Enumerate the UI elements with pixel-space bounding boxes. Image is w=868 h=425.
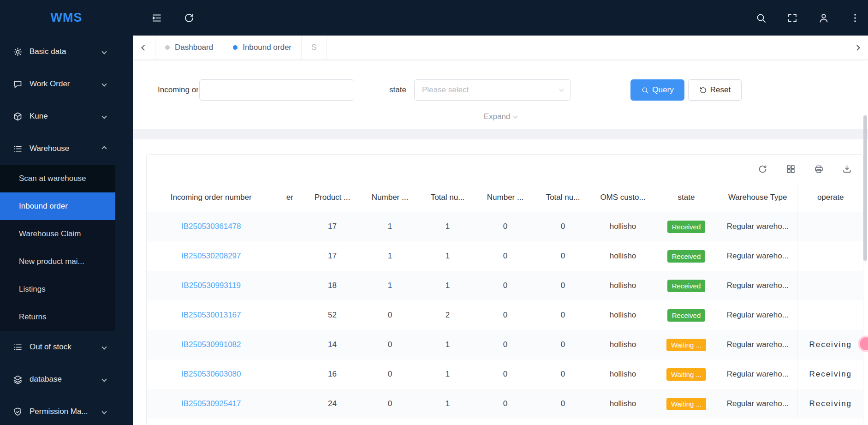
table-cell: hollisho	[592, 241, 654, 271]
order-number-link[interactable]: IB250530013167	[181, 311, 241, 319]
list-icon	[13, 342, 23, 352]
table-cell: 0	[534, 389, 592, 419]
table-cell: 1	[419, 389, 476, 419]
app-logo: WMS	[0, 0, 133, 36]
sidebar-subitem-inbound-order[interactable]: Inbound order	[0, 192, 115, 220]
sidebar-subitem-warehouse-claim[interactable]: Warehouse Claim	[0, 220, 115, 248]
more-vertical-icon[interactable]	[850, 12, 861, 24]
sidebar-item-label: Basic data	[30, 47, 66, 56]
status-badge: Waiting ...	[666, 368, 706, 381]
table-cell: 0	[534, 300, 592, 330]
order-number-link[interactable]: IB250530993119	[182, 281, 241, 290]
cube-icon	[13, 112, 23, 121]
table-cell: 16	[303, 359, 361, 389]
order-number-link[interactable]: IB250530991082	[181, 340, 241, 349]
sidebar-item-kune[interactable]: Kune	[0, 100, 133, 132]
table-cell: 18	[303, 271, 361, 300]
status-badge: Received	[667, 280, 706, 292]
sidebar-item-label: Permission Ma...	[30, 407, 88, 416]
table-cell: 52	[303, 300, 361, 330]
refresh-icon[interactable]	[184, 12, 195, 24]
table-cell: Received	[654, 241, 719, 271]
column-header: state	[654, 183, 719, 212]
tab-inbound-order[interactable]: Inbound order	[223, 36, 302, 60]
table-cell: Regular wareho...	[719, 330, 797, 359]
order-number-link[interactable]: IB250530208297	[181, 251, 241, 260]
expand-toggle[interactable]: Expand	[484, 111, 517, 123]
table-cell: Regular wareho...	[719, 241, 797, 271]
sidebar-item-permission-ma[interactable]: Permission Ma...	[0, 395, 133, 425]
table-cell: 1	[361, 271, 419, 300]
layers-icon	[13, 375, 23, 384]
order-number-link[interactable]: IB250530925417	[181, 399, 241, 408]
table-cell: Receiving	[797, 389, 863, 419]
sidebar-item-warehouse[interactable]: Warehouse	[0, 132, 133, 165]
refresh-icon[interactable]	[758, 164, 767, 174]
table-cell: Waiting ...	[654, 330, 719, 359]
tab-label: Inbound order	[243, 43, 291, 52]
chevron-down-icon	[101, 114, 107, 119]
receiving-button[interactable]: Receiving	[809, 340, 852, 349]
table-cell: 1	[361, 212, 419, 241]
receiving-button[interactable]: Receiving	[809, 399, 852, 408]
table-cell: Regular wareho...	[719, 300, 797, 330]
status-badge: Waiting ...	[666, 398, 706, 410]
sidebar-item-out-of-stock[interactable]: Out of stock	[0, 331, 133, 363]
table-cell: IB250530991082	[147, 330, 276, 359]
fullscreen-icon[interactable]	[787, 12, 798, 24]
sidebar-subitem-listings[interactable]: Listings	[0, 275, 115, 303]
menu-collapse-icon[interactable]	[151, 12, 162, 24]
chevron-down-icon	[101, 344, 107, 349]
tabs-scroll-left-button[interactable]	[133, 36, 155, 60]
sidebar: WMS Basic dataWork OrderKuneWarehouseSca…	[0, 0, 133, 425]
tab-s[interactable]: S	[302, 36, 327, 60]
sidebar-item-label: Out of stock	[30, 342, 71, 352]
table-cell: 14	[303, 330, 361, 359]
reset-button[interactable]: Reset	[688, 79, 742, 101]
sidebar-subitem-new-product-mai[interactable]: New product mai...	[0, 248, 115, 275]
sidebar-item-work-order[interactable]: Work Order	[0, 68, 133, 100]
table-cell: IB250530013167	[147, 300, 276, 330]
sidebar-subitem-returns[interactable]: Returns	[0, 303, 115, 331]
export-icon[interactable]	[842, 164, 852, 174]
shield-icon	[13, 407, 23, 417]
list-icon	[13, 144, 23, 154]
table-toolbar	[147, 155, 863, 183]
table-cell: IB250530208297	[147, 241, 276, 271]
print-icon[interactable]	[814, 164, 824, 174]
table-cell: IB250530925417	[147, 389, 276, 419]
table-cell: 0	[534, 330, 592, 359]
chevron-right-icon	[854, 45, 860, 51]
column-header: Total nu...	[534, 183, 592, 212]
sidebar-subitem-scan-at-warehouse[interactable]: Scan at warehouse	[0, 165, 115, 192]
sidebar-item-database[interactable]: database	[0, 363, 133, 395]
columns-icon[interactable]	[786, 164, 796, 174]
table-cell: Received	[654, 212, 719, 241]
table-card: Incoming order numbererProduct ...Number…	[146, 154, 863, 425]
column-header: er	[276, 183, 303, 212]
tab-dot	[165, 45, 170, 50]
query-button[interactable]: Query	[630, 79, 684, 101]
chevron-down-icon	[513, 114, 518, 118]
state-select[interactable]: Please select	[414, 79, 571, 101]
table-cell: 1	[361, 241, 419, 271]
state-select-placeholder: Please select	[422, 85, 560, 95]
user-icon[interactable]	[818, 12, 829, 24]
tab-dashboard[interactable]: Dashboard	[155, 36, 223, 60]
order-number-link[interactable]: IB250530361478	[181, 222, 241, 231]
table-cell: 0	[476, 271, 534, 300]
order-number-link[interactable]: IB250530603080	[181, 370, 241, 378]
receiving-button[interactable]: Receiving	[809, 370, 852, 378]
table-cell	[797, 271, 863, 300]
vertical-scrollbar-thumb[interactable]	[863, 115, 867, 261]
sidebar-item-label: Kune	[30, 112, 48, 121]
tab-label: S	[311, 43, 316, 52]
incoming-order-input[interactable]	[199, 79, 354, 101]
table-cell: hollisho	[592, 271, 654, 300]
table-cell: 1	[419, 359, 476, 389]
search-icon[interactable]	[755, 12, 767, 24]
tabs-scroll-right-button[interactable]	[846, 36, 868, 60]
table-cell	[276, 389, 303, 419]
query-button-label: Query	[652, 85, 673, 95]
sidebar-item-basic-data[interactable]: Basic data	[0, 36, 133, 68]
